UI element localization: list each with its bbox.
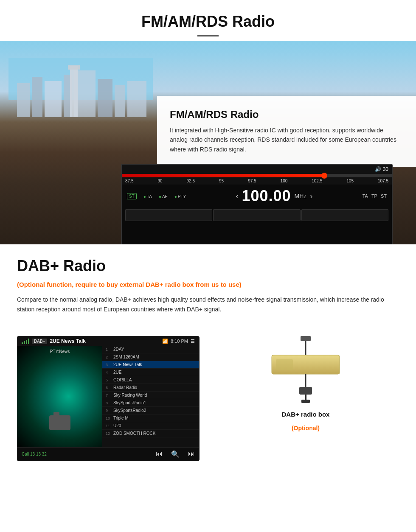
- svg-rect-1: [17, 83, 30, 117]
- dab-section-description: Compare to the normal analog radio, DAB+…: [17, 295, 399, 315]
- dab-box-label: DAB+ radio box: [282, 411, 330, 418]
- fm-frequency-scale: 87.5 90 92.5 95 97.5 100 102.5 105 107.5: [122, 177, 392, 185]
- dab-screen: DAB+ 2UE News Talk 📶 8:10 PM ☰ PTY:News: [17, 336, 200, 461]
- dab-screen-wrap: DAB+ 2UE News Talk 📶 8:10 PM ☰ PTY:News: [17, 336, 200, 461]
- list-item[interactable]: 9 SkySportsRadio2: [102, 407, 199, 414]
- svg-rect-3: [45, 81, 62, 117]
- fm-ta-label[interactable]: ●TA: [143, 192, 152, 200]
- dab-section-title: DAB+ Radio: [17, 257, 399, 275]
- fm-preset-3[interactable]: [301, 209, 388, 221]
- fm-top-bar: 🔊 30: [122, 165, 392, 174]
- fm-screen-container: 🔊 30 87.5 90 92.5 95 97.5 100 102.5 105 …: [121, 164, 393, 244]
- list-item-selected[interactable]: 3 2UE News Talk: [102, 361, 199, 369]
- signal-bar-4: [28, 339, 29, 344]
- fm-right-labels: TA TP ST: [363, 193, 387, 199]
- svg-rect-2: [32, 77, 42, 117]
- fm-tp-right: TP: [371, 193, 377, 199]
- dab-bottom-row: DAB+ 2UE News Talk 📶 8:10 PM ☰ PTY:News: [0, 328, 416, 474]
- fm-progress-thumb: [321, 173, 327, 179]
- dab-pty-label: PTY:News: [50, 349, 70, 354]
- dab-time: 8:10 PM: [171, 339, 188, 344]
- info-panel: FM/AM/RDS Radio It integrated with High-…: [157, 96, 416, 167]
- camera-icon: [49, 415, 70, 430]
- fm-prev-button[interactable]: ‹: [236, 192, 238, 201]
- dab-optional-note: (Optional function, require to buy exter…: [17, 280, 399, 290]
- list-item[interactable]: 12 ZOD SMOOTH ROCK: [102, 430, 199, 437]
- page-title: FM/AM/RDS Radio: [8, 13, 408, 31]
- hero-section: FM/AM/RDS Radio It integrated with High-…: [0, 41, 416, 244]
- fm-next-button[interactable]: ›: [310, 192, 312, 201]
- dab-top-right: 📶 8:10 PM ☰: [162, 339, 195, 344]
- dab-station-name: 2UE News Talk: [50, 338, 85, 344]
- fm-screen: 🔊 30 87.5 90 92.5 95 97.5 100 102.5 105 …: [121, 164, 393, 244]
- dab-next-button[interactable]: ⏭: [188, 450, 195, 458]
- dab-menu-icon: ☰: [191, 339, 195, 344]
- list-item[interactable]: 5 GORILLA: [102, 376, 199, 384]
- fm-st-right: ST: [381, 193, 387, 199]
- fm-section-description: It integrated with High-Sensitive radio …: [170, 126, 401, 154]
- fm-frequency-value: 100.00: [242, 187, 291, 205]
- signal-bars: [22, 338, 29, 344]
- list-item[interactable]: 11 U20: [102, 422, 199, 430]
- dab-box-optional: (Optional): [292, 425, 320, 431]
- dab-bottom-controls: Call 13 13 32 ⏮ 🔍 ⏭: [17, 447, 199, 461]
- dab-section: DAB+ Radio (Optional function, require t…: [0, 244, 416, 328]
- svg-rect-9: [70, 66, 78, 117]
- title-divider: [197, 35, 219, 36]
- dab-art-bg: PTY:News: [17, 346, 102, 447]
- fm-st-badge[interactable]: ST: [127, 193, 137, 199]
- dab-top-left: DAB+ 2UE News Talk: [22, 338, 86, 344]
- dab-prev-button[interactable]: ⏮: [156, 450, 163, 458]
- fm-af-label[interactable]: ●AF: [159, 192, 168, 200]
- volume-icon: 🔊: [375, 166, 381, 172]
- fm-presets-grid: [122, 207, 392, 244]
- dab-search-button[interactable]: 🔍: [171, 450, 180, 458]
- fm-controls-row: ST ●TA ●AF ●PTY ‹ 100.00 MHz › TA TP ST: [122, 185, 392, 207]
- dab-box-svg: [259, 336, 352, 404]
- list-item[interactable]: 4 2UE: [102, 369, 199, 376]
- svg-rect-7: [115, 85, 125, 117]
- dab-control-buttons: ⏮ 🔍 ⏭: [156, 450, 195, 458]
- signal-bar-3: [26, 340, 27, 344]
- fm-preset-1[interactable]: [125, 209, 212, 221]
- dab-content: PTY:News 1 2DAY 2 2SM 1269AM: [17, 346, 199, 447]
- svg-rect-10: [68, 65, 80, 70]
- list-item[interactable]: 7 Sky Racing World: [102, 392, 199, 399]
- fm-pty-label[interactable]: ●PTY: [174, 192, 186, 200]
- svg-rect-8: [127, 81, 146, 117]
- volume-value: 30: [383, 166, 388, 172]
- fm-preset-2[interactable]: [213, 209, 300, 221]
- fm-ta-right: TA: [363, 193, 368, 199]
- svg-rect-12: [301, 336, 311, 341]
- list-item[interactable]: 1 2DAY: [102, 346, 199, 353]
- fm-section-title: FM/AM/RDS Radio: [170, 109, 401, 120]
- dab-station-list: 1 2DAY 2 2SM 1269AM 3 2UE News Talk 4 2U…: [102, 346, 199, 447]
- dab-box-wrap: DAB+ radio box (Optional): [212, 336, 399, 431]
- svg-rect-17: [299, 387, 312, 395]
- fm-frequency-display: ‹ 100.00 MHz ›: [193, 187, 355, 205]
- dab-top-bar: DAB+ 2UE News Talk 📶 8:10 PM ☰: [17, 336, 199, 346]
- list-item[interactable]: 6 Radar Radio: [102, 384, 199, 392]
- signal-bar-1: [22, 342, 23, 344]
- list-item[interactable]: 10 Triple M: [102, 414, 199, 422]
- list-item[interactable]: 2 2SM 1269AM: [102, 353, 199, 361]
- city-skyline: [8, 58, 153, 143]
- dab-box-image: [259, 336, 352, 404]
- dab-signal-icon: 📶: [162, 339, 168, 344]
- dab-badge: DAB+: [32, 339, 47, 344]
- fm-progress-bar[interactable]: [122, 174, 392, 177]
- list-item[interactable]: 8 SkySportsRadio1: [102, 399, 199, 407]
- fm-frequency-unit: MHz: [295, 193, 307, 199]
- dab-visual-art: PTY:News: [17, 346, 102, 447]
- fm-progress-fill: [122, 174, 324, 177]
- svg-rect-6: [98, 79, 112, 117]
- page-header: FM/AM/RDS Radio: [0, 0, 416, 41]
- signal-bar-2: [24, 341, 25, 344]
- svg-rect-19: [301, 400, 310, 403]
- svg-rect-15: [276, 359, 293, 370]
- dab-call-info: Call 13 13 32: [22, 452, 47, 456]
